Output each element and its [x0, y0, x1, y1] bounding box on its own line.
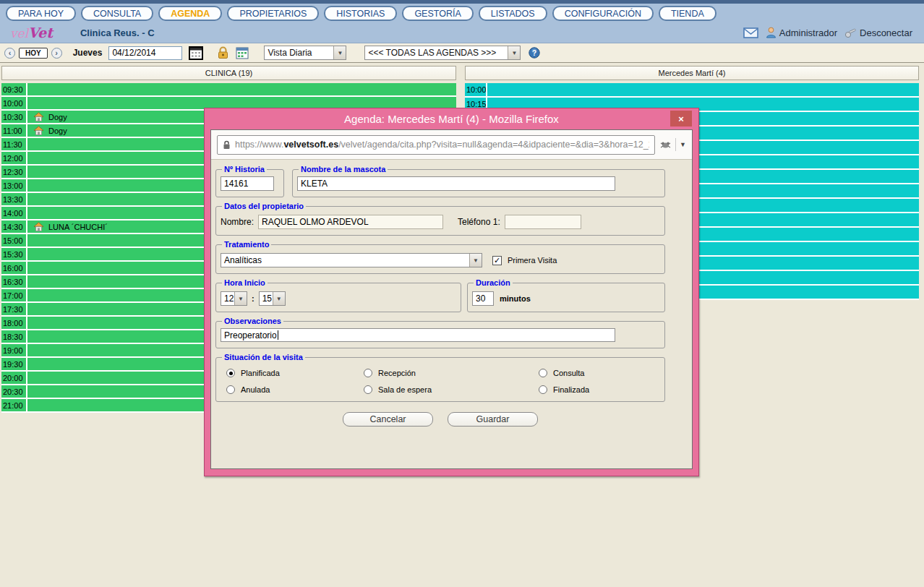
slot-time-label: 09:30 [1, 83, 26, 95]
save-button[interactable]: Guardar [448, 412, 538, 427]
duracion-label: Duración [474, 278, 513, 287]
mail-button[interactable] [743, 27, 758, 38]
slot-time-label: 18:00 [1, 317, 26, 329]
duracion-group: Duración 30 minutos [467, 278, 665, 312]
slot-time-label: 18:30 [1, 330, 26, 343]
nav-tab[interactable]: TIENDA [659, 6, 716, 21]
dialog-content: https://www.velvetsoft.es/velvet/agenda/… [210, 129, 693, 469]
url-dropdown-button[interactable]: ▼ [680, 141, 686, 148]
nav-tab[interactable]: CONSULTA [81, 6, 153, 21]
help-button[interactable]: ? [529, 47, 540, 59]
dialog-close-button[interactable]: × [670, 111, 692, 127]
slot-time-label: 14:30 [1, 220, 26, 233]
slot-time-label: 16:30 [1, 275, 26, 288]
clinic-name: Clinica Reus. - C [80, 27, 155, 38]
slot-time-label: 13:00 [1, 179, 26, 192]
historia-input[interactable]: 14161 [221, 176, 274, 191]
situacion-radio-option[interactable]: Sala de espera [364, 385, 539, 394]
divider [675, 138, 676, 151]
slot-cell[interactable] [487, 83, 919, 96]
minuto-value: 15 [260, 294, 273, 304]
hora-separator: : [252, 294, 254, 303]
view-mode-select[interactable]: Vista Diaria ▼ [264, 46, 346, 60]
slot-time-label: 10:30 [1, 111, 26, 123]
radio-icon [364, 369, 372, 377]
logout-label: Desconectar [860, 27, 912, 38]
text-caret [278, 330, 278, 340]
nav-tab[interactable]: PROPIETARIOS [227, 6, 319, 21]
next-day-button[interactable]: › [51, 48, 62, 59]
nav-tab-label: PROPIETARIOS [239, 9, 307, 19]
observaciones-input[interactable]: Preoperatorio [221, 328, 615, 342]
nav-tab-label: CONFIGURACIÓN [565, 9, 641, 19]
propietario-label: Datos del propietario [222, 202, 306, 210]
slot-time-label: 15:00 [1, 234, 26, 247]
historia-group: Nº Historia 14161 [215, 165, 284, 197]
slot-time-label: 17:30 [1, 303, 26, 315]
nav-tab[interactable]: GESTORÍA [402, 6, 473, 21]
nav-tab[interactable]: AGENDA [158, 6, 222, 21]
slot-time-label: 11:30 [1, 138, 26, 150]
help-icon: ? [529, 47, 540, 59]
multi-agenda-view-button[interactable] [236, 47, 249, 59]
primera-visita-label: Primera Visita [508, 256, 557, 265]
nav-tab[interactable]: PARA HOY [6, 6, 76, 21]
slot-time-label: 10:00 [465, 83, 486, 96]
mascota-label: Nombre de la mascota [299, 165, 388, 173]
slot-time-label: 10:00 [1, 97, 26, 109]
home-visit-icon [33, 222, 44, 231]
svg-text:?: ? [532, 49, 536, 57]
app-header-bar: velVet Clinica Reus. - C Administrador [0, 22, 924, 43]
radio-label: Recepción [378, 369, 416, 377]
nav-tab-label: CONSULTA [93, 9, 141, 19]
slot-time-label: 21:00 [1, 399, 26, 411]
propietario-group: Datos del propietario Nombre: RAQUEL OLM… [215, 202, 665, 236]
weekday-label: Jueves [73, 48, 103, 58]
slot-time-label: 11:00 [1, 124, 26, 137]
nav-tab[interactable]: CONFIGURACIÓN [552, 6, 654, 21]
tratamiento-value: Analíticas [221, 255, 469, 265]
radio-icon [539, 385, 547, 394]
slot-time-label: 16:00 [1, 262, 26, 274]
cancel-button[interactable]: Cancelar [343, 412, 433, 427]
chevron-down-icon: ▼ [273, 292, 285, 305]
appointment-label[interactable]: LUNA ´CHUCHI´ [48, 223, 108, 231]
addon-bug-icon[interactable] [659, 140, 672, 150]
tratamiento-select[interactable]: Analíticas ▼ [221, 253, 482, 267]
agenda-filter-select[interactable]: <<< TODAS LAS AGENDAS >>> ▼ [364, 46, 521, 60]
user-icon [766, 27, 777, 38]
dialog-title: Agenda: Mercedes Martí (4) - Mozilla Fir… [205, 108, 698, 129]
hora-select[interactable]: 12 ▼ [221, 291, 247, 306]
situacion-radio-option[interactable]: Recepción [364, 369, 539, 377]
nav-tab[interactable]: HISTORIAS [324, 6, 397, 21]
duracion-input[interactable]: 30 [472, 291, 494, 306]
slot-time-label: 14:00 [1, 207, 26, 219]
prev-day-button[interactable]: ‹ [4, 48, 15, 59]
logout-button[interactable]: Desconectar [844, 27, 912, 38]
nav-tab-label: LISTADOS [491, 9, 535, 19]
today-button[interactable]: HOY [19, 48, 48, 59]
appointment-label[interactable]: Dogy [48, 127, 67, 135]
date-input[interactable]: 04/12/2014 [108, 46, 182, 60]
situacion-radio-option[interactable]: Planificada [226, 369, 364, 377]
logout-key-icon [844, 27, 857, 38]
appointment-label[interactable]: Dogy [48, 113, 67, 121]
slot-cell[interactable] [27, 83, 456, 95]
calendar-picker-button[interactable] [189, 46, 203, 60]
mascota-input[interactable]: KLETA [297, 176, 615, 191]
situacion-radio-option[interactable]: Consulta [539, 369, 654, 377]
nav-tab[interactable]: LISTADOS [479, 6, 547, 21]
situacion-radio-option[interactable]: Finalizada [539, 385, 654, 394]
minuto-select[interactable]: 15 ▼ [259, 291, 286, 306]
radio-icon [364, 385, 372, 394]
primera-visita-checkbox[interactable]: ✓ [492, 256, 502, 265]
check-icon: ✓ [494, 257, 500, 265]
slot-time-label: 12:30 [1, 166, 26, 178]
user-label: Administrador [779, 27, 837, 38]
url-bar[interactable]: https://www.velvetsoft.es/velvet/agenda/… [217, 135, 655, 155]
user-menu[interactable]: Administrador [766, 27, 837, 38]
lock-agenda-button[interactable] [217, 46, 229, 59]
duracion-unit-label: minutos [500, 294, 531, 303]
home-visit-icon [33, 126, 44, 135]
situacion-radio-option[interactable]: Anulada [226, 385, 364, 394]
